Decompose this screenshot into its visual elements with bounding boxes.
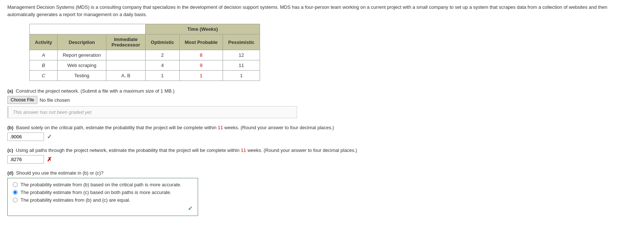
- no-file-text: No file chosen: [40, 97, 70, 103]
- table-row: AReport generation2812: [30, 50, 260, 60]
- most-probable-cell: 1: [179, 71, 223, 81]
- part-b-check-icon: ✓: [47, 133, 52, 140]
- description-cell: Testing: [57, 71, 106, 81]
- choose-file-button[interactable]: Choose File: [7, 96, 37, 104]
- radio-option-1-label: The probability estimate from (b) based …: [21, 182, 182, 187]
- optimistic-header: Optimistic: [146, 34, 180, 50]
- part-c-x-icon: ✗: [47, 156, 52, 163]
- radio-option-1-input[interactable]: [13, 182, 18, 187]
- description-cell: Report generation: [57, 50, 106, 60]
- optimistic-cell: 4: [146, 60, 180, 71]
- most-probable-cell: 9: [179, 60, 223, 71]
- time-weeks-header: Time (Weeks): [146, 24, 260, 34]
- part-b-answer-row: .9006 ✓: [7, 133, 637, 141]
- part-b-section: (b) Based solely on the critical path, e…: [7, 125, 637, 141]
- predecessor-cell: [106, 60, 146, 71]
- part-a-section: (a) Construct the project network. (Subm…: [7, 88, 637, 118]
- description-header: Description: [57, 34, 106, 50]
- predecessor-cell: [106, 50, 146, 60]
- pessimistic-cell: 12: [223, 50, 260, 60]
- predecessor-header: ImmediatePredecessor: [106, 34, 146, 50]
- radio-option-3: The probability estimates from (b) and (…: [13, 197, 193, 203]
- not-graded-box: This answer has not been graded yet.: [7, 106, 297, 118]
- part-c-answer-row: .8276 ✗: [7, 155, 637, 164]
- radio-option-1: The probability estimate from (b) based …: [13, 182, 193, 187]
- activity-cell: B: [30, 60, 58, 71]
- predecessor-cell: A, B: [106, 71, 146, 81]
- part-d-label: (d) Should you use the estimate in (b) o…: [7, 170, 637, 176]
- most-probable-cell: 8: [179, 50, 223, 60]
- part-d-section: (d) Should you use the estimate in (b) o…: [7, 170, 637, 216]
- part-b-label: (b) Based solely on the critical path, e…: [7, 125, 637, 130]
- radio-option-2-label: The probability estimate from (c) based …: [21, 190, 171, 195]
- optimistic-cell: 2: [146, 50, 180, 60]
- part-c-label: (c) Using all paths through the project …: [7, 148, 637, 153]
- radio-footer: ✓: [13, 205, 193, 212]
- part-b-input[interactable]: .9006: [7, 133, 44, 141]
- most-probable-header: Most Probable: [179, 34, 223, 50]
- part-c-highlight: 11: [241, 148, 246, 153]
- radio-option-2-input[interactable]: [13, 190, 18, 195]
- table-row: BWeb scraping4911: [30, 60, 260, 71]
- part-c-input[interactable]: .8276: [7, 155, 44, 164]
- table-row: CTestingA, B111: [30, 71, 260, 81]
- pessimistic-cell: 11: [223, 60, 260, 71]
- activity-table: Time (Weeks) Activity Description Immedi…: [29, 24, 260, 81]
- radio-option-3-input[interactable]: [13, 198, 18, 202]
- activity-cell: C: [30, 71, 58, 81]
- part-d-radio-box: The probability estimate from (b) based …: [7, 178, 198, 216]
- part-c-section: (c) Using all paths through the project …: [7, 148, 637, 164]
- table-container: Time (Weeks) Activity Description Immedi…: [29, 24, 637, 81]
- part-b-highlight: 11: [218, 125, 223, 130]
- activity-cell: A: [30, 50, 58, 60]
- intro-text: Management Decision Systems (MDS) is a c…: [7, 4, 631, 18]
- radio-option-3-label: The probability estimates from (b) and (…: [21, 197, 130, 203]
- description-cell: Web scraping: [57, 60, 106, 71]
- radio-option-2: The probability estimate from (c) based …: [13, 190, 193, 195]
- part-a-label: (a) Construct the project network. (Subm…: [7, 88, 637, 94]
- pessimistic-cell: 1: [223, 71, 260, 81]
- not-graded-text: This answer has not been graded yet.: [13, 109, 93, 115]
- part-d-check-icon: ✓: [188, 205, 193, 212]
- file-input-row: Choose File No file chosen: [7, 96, 637, 104]
- optimistic-cell: 1: [146, 71, 180, 81]
- activity-header: Activity: [30, 34, 58, 50]
- pessimistic-header: Pessimistic: [223, 34, 260, 50]
